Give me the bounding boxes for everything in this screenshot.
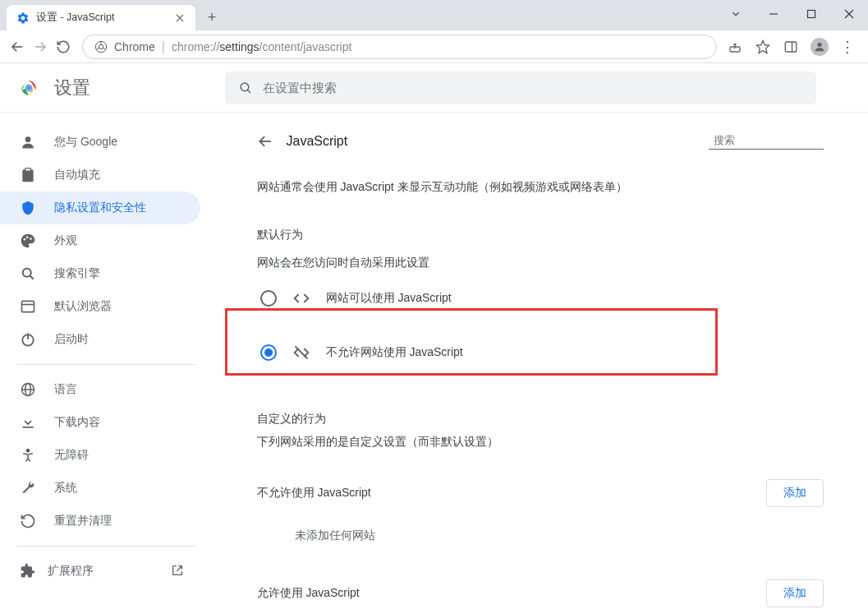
new-tab-button[interactable]: + — [200, 6, 223, 29]
close-icon[interactable] — [174, 12, 186, 24]
tab-title: 设置 - JavaScript — [36, 11, 168, 25]
sidebar-item-default-browser[interactable]: 默认浏览器 — [0, 290, 200, 323]
minimize-button[interactable] — [755, 0, 792, 28]
svg-point-40 — [26, 450, 29, 452]
sidebar-item-reset[interactable]: 重置并清理 — [0, 505, 200, 537]
sidebar-label: 扩展程序 — [48, 564, 94, 579]
back-arrow-button[interactable] — [257, 133, 273, 150]
sidebar-item-languages[interactable]: 语言 — [0, 373, 200, 406]
sidebar-label: 搜索引擎 — [54, 266, 100, 281]
sidebar-separator — [16, 546, 195, 547]
svg-point-30 — [23, 269, 31, 277]
sidebar-label: 默认浏览器 — [54, 299, 112, 314]
block-section-row: 不允许使用 JavaScript 添加 — [257, 479, 824, 507]
settings-sidebar: 您与 Google 自动填充 隐私设置和安全性 外观 搜索引擎 默认浏览器 — [0, 121, 212, 593]
sidebar-label: 语言 — [54, 382, 77, 397]
shield-icon — [20, 200, 36, 216]
chrome-logo-icon — [18, 77, 39, 99]
settings-search[interactable] — [225, 72, 816, 104]
settings-header: 设置 — [0, 63, 868, 113]
sidebar-item-accessibility[interactable]: 无障碍 — [0, 439, 200, 472]
maximize-button[interactable] — [792, 0, 830, 28]
code-icon — [293, 290, 310, 307]
default-behavior-title: 默认行为 — [257, 228, 824, 242]
side-panel-icon[interactable] — [783, 39, 799, 55]
sidebar-item-downloads[interactable]: 下载内容 — [0, 406, 200, 439]
settings-search-input[interactable] — [263, 81, 803, 95]
clipboard-icon — [20, 167, 36, 183]
sidebar-item-you-and-google[interactable]: 您与 Google — [0, 126, 200, 159]
browser-titlebar: 设置 - JavaScript + — [0, 0, 868, 30]
page-search-input[interactable] — [714, 134, 852, 146]
allow-section-label: 允许使用 JavaScript — [257, 586, 360, 601]
palette-icon — [20, 233, 36, 249]
person-icon — [20, 134, 36, 150]
omnibox-url: chrome://settings/content/javascript — [172, 40, 351, 53]
page-description: 网站通常会使用 JavaScript 来显示互动功能（例如视频游戏或网络表单） — [257, 180, 824, 195]
globe-icon — [20, 381, 36, 398]
browser-tab[interactable]: 设置 - JavaScript — [7, 5, 195, 30]
svg-rect-3 — [808, 11, 815, 18]
omnibox-scheme: Chrome — [114, 40, 155, 53]
block-section-label: 不允许使用 JavaScript — [257, 486, 371, 501]
svg-line-24 — [247, 90, 250, 93]
radio-icon[interactable] — [260, 290, 277, 307]
svg-marker-15 — [757, 40, 769, 53]
omnibox[interactable]: Chrome | chrome://settings/content/javas… — [82, 35, 717, 59]
add-block-button[interactable]: 添加 — [766, 479, 824, 507]
page-search[interactable] — [709, 134, 824, 150]
sidebar-item-autofill[interactable]: 自动填充 — [0, 159, 200, 191]
sidebar-item-search-engine[interactable]: 搜索引擎 — [0, 257, 200, 290]
page-title: JavaScript — [287, 134, 696, 149]
back-button[interactable] — [8, 38, 26, 56]
sidebar-label: 外观 — [54, 233, 77, 248]
svg-line-31 — [30, 276, 34, 279]
svg-rect-26 — [25, 168, 31, 171]
tab-list-button[interactable] — [717, 0, 755, 28]
svg-rect-39 — [22, 427, 33, 428]
gear-icon — [16, 12, 30, 25]
wrench-icon — [20, 480, 36, 496]
svg-point-25 — [25, 136, 31, 142]
sidebar-label: 您与 Google — [54, 135, 117, 150]
svg-point-28 — [26, 237, 29, 239]
profile-avatar[interactable] — [811, 38, 829, 56]
open-external-icon — [171, 564, 184, 579]
sidebar-item-system[interactable]: 系统 — [0, 472, 200, 505]
sidebar-item-on-startup[interactable]: 启动时 — [0, 323, 200, 356]
svg-point-9 — [99, 44, 103, 48]
svg-line-12 — [103, 48, 106, 49]
kebab-menu[interactable]: ⋮ — [840, 38, 855, 56]
svg-point-27 — [24, 238, 26, 241]
chrome-icon — [94, 40, 108, 53]
reload-button[interactable] — [54, 38, 72, 56]
close-window-button[interactable] — [830, 0, 868, 28]
add-allow-button[interactable]: 添加 — [766, 579, 824, 607]
power-icon — [20, 331, 36, 348]
settings-title: 设置 — [54, 76, 90, 100]
browser-icon — [20, 298, 36, 315]
sidebar-label: 启动时 — [54, 332, 89, 347]
forward-button[interactable] — [31, 38, 49, 56]
annotation-highlight-box — [225, 308, 718, 376]
sidebar-label: 隐私设置和安全性 — [54, 201, 146, 215]
sidebar-label: 重置并清理 — [54, 514, 112, 528]
svg-rect-16 — [785, 42, 797, 52]
allow-section-row: 允许使用 JavaScript 添加 — [257, 579, 824, 607]
bookmark-star-icon[interactable] — [755, 39, 771, 55]
sidebar-label: 系统 — [54, 481, 77, 496]
svg-point-18 — [817, 42, 821, 46]
svg-line-11 — [96, 48, 99, 49]
sidebar-label: 无障碍 — [54, 448, 89, 463]
sidebar-label: 自动填充 — [54, 168, 100, 182]
search-icon — [238, 81, 253, 95]
sidebar-item-extensions[interactable]: 扩展程序 — [0, 555, 200, 588]
window-controls — [717, 0, 868, 28]
share-icon[interactable] — [727, 39, 743, 55]
extension-icon — [20, 563, 36, 579]
browser-toolbar: Chrome | chrome://settings/content/javas… — [0, 30, 868, 63]
sidebar-item-privacy-security[interactable]: 隐私设置和安全性 — [0, 191, 200, 224]
sidebar-separator — [16, 364, 195, 365]
sidebar-label: 下载内容 — [54, 415, 100, 430]
sidebar-item-appearance[interactable]: 外观 — [0, 224, 200, 257]
